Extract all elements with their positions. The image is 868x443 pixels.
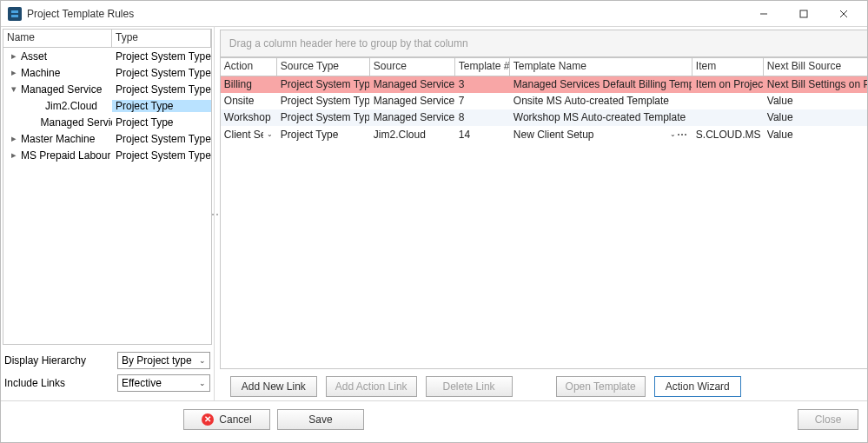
grid-cell-source: Managed Service [370, 109, 455, 126]
window-title: Project Template Rules [27, 8, 134, 20]
display-hierarchy-value: By Project type [122, 354, 192, 367]
minimize-button[interactable] [744, 1, 784, 27]
close-window-button[interactable] [824, 1, 864, 27]
right-pane: Drag a column header here to group by th… [220, 27, 868, 400]
svg-rect-1 [11, 15, 18, 17]
chevron-down-icon: ⌄ [199, 379, 206, 387]
grid-cell-action: Onsite [221, 93, 277, 109]
grid-cell-source_type[interactable]: Project Type [277, 126, 370, 142]
grid-cell-source: Managed Service [370, 93, 455, 109]
grid-cell-source_type: Project System Type [277, 93, 370, 109]
grid-cell-next_bill: Next Bill Settings on Project [764, 76, 868, 93]
maximize-button[interactable] [784, 1, 824, 27]
tree-row[interactable]: ▸AssetProject System Type [3, 48, 211, 64]
tree-row[interactable]: Managed ServiceProject Type [3, 114, 211, 130]
save-button[interactable]: Save [277, 409, 364, 430]
group-by-area[interactable]: Drag a column header here to group by th… [220, 30, 868, 57]
grid-header-source-type[interactable]: Source Type [277, 58, 370, 76]
tree-row-label: Master Machine [19, 133, 95, 145]
action-wizard-button[interactable]: Action Wizard [654, 376, 741, 397]
expand-icon[interactable]: ▸ [9, 50, 19, 62]
tree-row[interactable]: Jim2.CloudProject Type [3, 97, 211, 114]
tree-row-label: Managed Service [19, 83, 102, 96]
open-template-button[interactable]: Open Template [556, 376, 646, 397]
tree-row-type: Project System Type [112, 67, 211, 79]
include-links-value: Effective [122, 377, 162, 389]
tree-row-label: Jim2.Cloud [43, 100, 97, 112]
tree-row[interactable]: ▸Master MachineProject System Type [3, 130, 211, 147]
grid-cell-action[interactable]: Client Se⌄ [221, 126, 277, 142]
grid-cell-item [692, 109, 764, 126]
grid-cell-source_type: Project System Type [277, 109, 370, 126]
tree: Name Type ▸AssetProject System Type▸Mach… [3, 29, 212, 345]
grid-cell-item [692, 93, 764, 109]
tree-header-type[interactable]: Type [112, 30, 211, 47]
tree-row-label: Managed Service [39, 116, 112, 129]
grid-cell-template_num[interactable]: 14 [455, 126, 510, 142]
delete-link-button[interactable]: Delete Link [426, 376, 513, 397]
grid-cell-next_bill[interactable]: Value⌄ [764, 126, 868, 142]
tree-row-type: Project System Type [112, 133, 211, 145]
cancel-button[interactable]: ✕ Cancel [183, 409, 270, 430]
tree-row[interactable]: ▾Managed ServiceProject System Type [3, 81, 211, 97]
collapse-icon[interactable]: ▾ [9, 83, 19, 95]
grid-cell-item: Item on Project [692, 76, 764, 93]
close-button[interactable]: Close [798, 409, 858, 430]
grid-header-template-num[interactable]: Template # [455, 58, 510, 76]
grid-cell-template_num: 8 [455, 109, 510, 126]
grid-row[interactable]: WorkshopProject System TypeManaged Servi… [221, 109, 868, 126]
grid-cell-action: Workshop [221, 109, 277, 126]
grid-cell-next_bill: Value [764, 93, 868, 109]
svg-rect-3 [800, 10, 807, 17]
footer: ✕ Cancel Save Close [1, 400, 867, 437]
grid: Action Source Type Source Template # Tem… [220, 57, 868, 369]
tree-row[interactable]: ▸MachineProject System Type [3, 64, 211, 81]
grid-header-action[interactable]: Action [221, 58, 277, 76]
grid-cell-source: Managed Service [370, 76, 455, 93]
grid-cell-next_bill: Value [764, 109, 868, 126]
grid-row[interactable]: BillingProject System TypeManaged Servic… [221, 76, 868, 93]
grid-header-source[interactable]: Source [370, 58, 455, 76]
display-hierarchy-label: Display Hierarchy [4, 354, 117, 367]
grid-cell-template_num: 3 [455, 76, 510, 93]
grid-header-template-name[interactable]: Template Name [510, 58, 692, 76]
svg-rect-0 [11, 10, 18, 13]
grid-cell-action: Billing [221, 76, 277, 93]
tree-row-type: Project Type [112, 100, 211, 112]
chevron-down-icon[interactable]: ⌄ [267, 130, 273, 138]
tree-row-label: Machine [19, 67, 60, 79]
left-controls: Display Hierarchy By Project type ⌄ Incl… [1, 347, 214, 400]
include-links-label: Include Links [4, 377, 117, 389]
tree-header-name[interactable]: Name [3, 30, 112, 47]
left-pane: Name Type ▸AssetProject System Type▸Mach… [1, 27, 215, 400]
grid-body: BillingProject System TypeManaged Servic… [221, 76, 868, 368]
grid-header-item[interactable]: Item [692, 58, 764, 76]
display-hierarchy-select[interactable]: By Project type ⌄ [117, 352, 210, 369]
add-new-link-button[interactable]: Add New Link [230, 376, 317, 397]
grid-header-next-bill[interactable]: Next Bill Source [764, 58, 868, 76]
chevron-down-icon[interactable]: ⌄ [670, 130, 676, 138]
grid-cell-template_num: 7 [455, 93, 510, 109]
tree-row[interactable]: ▸MS Prepaid LabourProject System Type [3, 147, 211, 163]
tree-row-type: Project System Type [112, 83, 211, 96]
grid-row[interactable]: OnsiteProject System TypeManaged Service… [221, 93, 868, 109]
grid-cell-template_name: Workshop MS Auto-created Template [510, 109, 692, 126]
app-icon [8, 7, 22, 21]
chevron-down-icon: ⌄ [199, 356, 206, 365]
grid-row[interactable]: Client Se⌄Project TypeJim2.Cloud14New Cl… [221, 126, 868, 142]
cancel-icon: ✕ [202, 413, 214, 426]
add-action-link-button[interactable]: Add Action Link [326, 376, 417, 397]
grid-cell-template_name: Managed Services Default Billing Templat… [510, 76, 692, 93]
expand-icon[interactable]: ▸ [9, 67, 19, 78]
ellipsis-button[interactable]: ⋯ [676, 129, 688, 141]
grid-header: Action Source Type Source Template # Tem… [221, 58, 868, 76]
tree-rows: ▸AssetProject System Type▸MachineProject… [3, 48, 211, 344]
expand-icon[interactable]: ▸ [9, 149, 19, 161]
grid-cell-template_name[interactable]: New Client Setup⌄⋯ [510, 126, 692, 142]
grid-cell-source[interactable]: Jim2.Cloud [370, 126, 455, 142]
grid-cell-item[interactable]: S.CLOUD.MS [692, 126, 764, 142]
tree-header: Name Type [3, 30, 211, 48]
grid-cell-template_name: Onsite MS Auto-created Template [510, 93, 692, 109]
include-links-select[interactable]: Effective ⌄ [117, 374, 210, 392]
expand-icon[interactable]: ▸ [9, 133, 19, 144]
